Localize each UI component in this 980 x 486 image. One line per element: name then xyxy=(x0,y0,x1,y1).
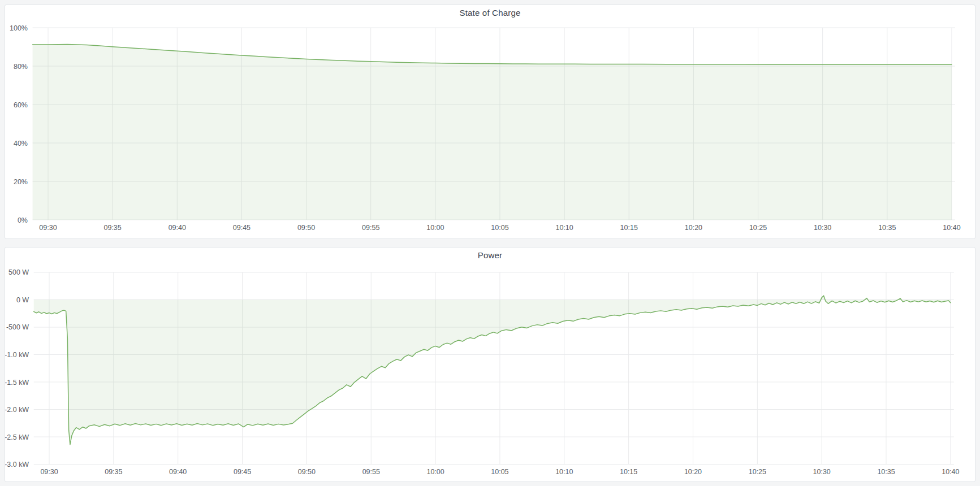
series-area-fill xyxy=(34,296,951,445)
x-tick-label: 09:30 xyxy=(40,468,58,476)
x-tick-label: 09:40 xyxy=(169,224,186,232)
x-tick-label: 10:00 xyxy=(426,224,444,232)
y-tick-label: 0 W xyxy=(16,296,29,304)
x-tick-label: 09:45 xyxy=(233,224,251,232)
panel-power: Power 500 W0 W-500 W-1.0 kW-1.5 kW-2.0 k… xyxy=(5,247,975,482)
y-tick-label: 20% xyxy=(14,178,28,186)
y-tick-label: 60% xyxy=(14,101,28,109)
x-tick-label: 10:40 xyxy=(942,468,959,476)
x-tick-label: 09:35 xyxy=(103,224,121,232)
x-tick-label: 10:30 xyxy=(813,468,831,476)
x-tick-label: 10:20 xyxy=(685,224,702,232)
y-tick-label: -500 W xyxy=(6,323,29,331)
x-tick-label: 09:45 xyxy=(234,468,251,476)
x-tick-label: 10:40 xyxy=(943,224,960,232)
x-tick-label: 10:35 xyxy=(877,468,895,476)
x-tick-label: 09:50 xyxy=(298,468,316,476)
power-chart[interactable]: 500 W0 W-500 W-1.0 kW-1.5 kW-2.0 kW-2.5 … xyxy=(5,263,975,481)
x-tick-label: 09:55 xyxy=(362,224,379,232)
x-tick-label: 10:30 xyxy=(814,224,831,232)
x-tick-label: 10:25 xyxy=(749,224,767,232)
x-tick-label: 10:10 xyxy=(555,468,573,476)
y-tick-label: -3.0 kW xyxy=(5,461,29,468)
x-tick-label: 09:30 xyxy=(39,224,57,232)
x-tick-label: 09:55 xyxy=(362,468,380,476)
x-tick-label: 10:20 xyxy=(684,468,702,476)
x-tick-label: 10:15 xyxy=(620,468,637,476)
y-tick-label: -2.5 kW xyxy=(5,433,29,441)
y-tick-label: 40% xyxy=(14,140,28,147)
x-tick-label: 09:50 xyxy=(297,224,315,232)
y-tick-label: 80% xyxy=(14,63,28,71)
y-tick-label: -1.0 kW xyxy=(5,351,29,359)
y-tick-label: 100% xyxy=(10,24,28,32)
x-tick-label: 10:05 xyxy=(491,224,508,232)
y-tick-label: -2.0 kW xyxy=(5,406,29,414)
state-of-charge-chart[interactable]: 100%80%60%40%20%0%09:3009:3509:4009:4509… xyxy=(5,20,975,238)
x-tick-label: 10:10 xyxy=(555,224,573,232)
panel-title-state-of-charge[interactable]: State of Charge xyxy=(5,5,975,20)
y-tick-label: 500 W xyxy=(8,268,29,276)
x-tick-label: 09:40 xyxy=(169,468,187,476)
x-tick-label: 10:25 xyxy=(749,468,766,476)
y-tick-label: -1.5 kW xyxy=(5,379,29,387)
x-tick-label: 10:05 xyxy=(491,468,508,476)
panel-state-of-charge: State of Charge 100%80%60%40%20%0%09:300… xyxy=(5,5,975,239)
x-tick-label: 10:00 xyxy=(427,468,444,476)
panel-title-power[interactable]: Power xyxy=(5,248,975,263)
x-tick-label: 09:35 xyxy=(105,468,122,476)
y-tick-label: 0% xyxy=(18,216,28,224)
x-tick-label: 10:35 xyxy=(878,224,896,232)
series-area-fill xyxy=(33,45,952,220)
x-tick-label: 10:15 xyxy=(620,224,638,232)
